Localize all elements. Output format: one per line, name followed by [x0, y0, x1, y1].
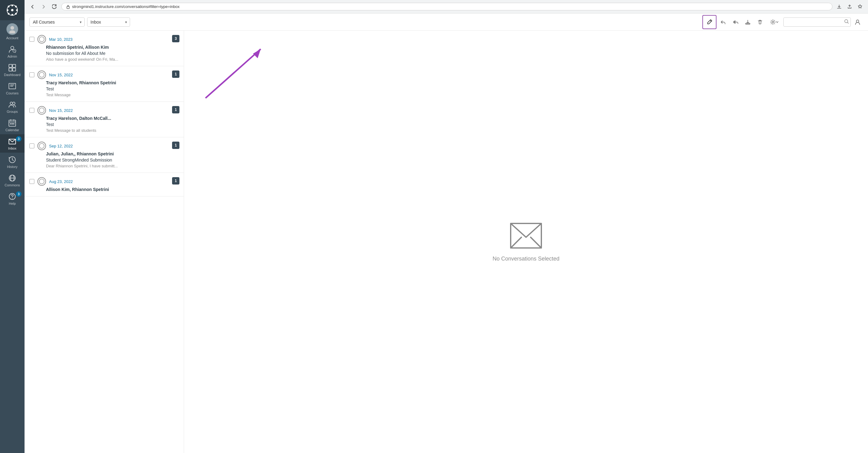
app-area: All Courses Inbox Unread Starred Sent Ar… [25, 13, 868, 453]
account-avatar [6, 23, 18, 35]
reply-button[interactable] [718, 17, 729, 28]
svg-point-1 [11, 5, 13, 6]
message-list: Mar 10, 2023 3 Rhiannon Spetrini, Alliso… [25, 31, 184, 453]
message-item[interactable]: Sep 12, 2022 1 Julian, Julian,, Rhiannon… [25, 137, 184, 173]
message-preview: Test Message to all students [46, 128, 179, 133]
groups-icon [8, 100, 16, 108]
courses-select[interactable]: All Courses [29, 18, 85, 27]
sidebar-item-label: Account [6, 36, 19, 40]
message-checkbox[interactable] [29, 143, 34, 148]
person-filter-button[interactable] [852, 17, 863, 28]
svg-rect-16 [9, 68, 12, 71]
share-button[interactable] [845, 2, 854, 11]
extensions-button[interactable] [835, 2, 843, 11]
message-count: 1 [172, 141, 179, 149]
arrow-svg [193, 40, 279, 101]
account-icon [8, 25, 17, 33]
svg-point-3 [7, 9, 8, 11]
message-count: 1 [172, 70, 179, 78]
message-item[interactable]: Nov 15, 2022 1 Tracy Harelson, Dalton Mc… [25, 102, 184, 137]
courses-icon [8, 82, 16, 90]
avatar-icon [39, 107, 44, 113]
filter-select-wrapper: Inbox Unread Starred Sent Archived [87, 18, 130, 27]
message-date: Nov 15, 2022 [49, 108, 73, 113]
svg-point-34 [856, 20, 859, 22]
sidebar-item-dashboard[interactable]: Dashboard [0, 61, 25, 79]
address-bar-text: strongmind1.instructure.com/conversation… [72, 4, 179, 9]
sidebar-item-account[interactable]: Account [0, 20, 25, 42]
svg-rect-22 [10, 123, 11, 124]
message-date: Sep 12, 2022 [49, 144, 73, 148]
search-icon-button[interactable] [844, 19, 849, 25]
message-subject: Student StrongMinded Submission [46, 158, 179, 162]
back-button[interactable] [28, 2, 37, 11]
svg-rect-24 [13, 123, 14, 124]
sidebar-item-help[interactable]: 3 Help [0, 189, 25, 208]
delete-button[interactable] [754, 17, 766, 28]
envelope-icon [509, 222, 543, 250]
svg-point-8 [8, 13, 9, 15]
message-subject: Test [46, 122, 179, 127]
message-item[interactable]: Mar 10, 2023 3 Rhiannon Spetrini, Alliso… [25, 31, 184, 66]
reply-icon [720, 19, 726, 25]
sidebar-item-admin[interactable]: Admin [0, 42, 25, 61]
message-date: Mar 10, 2023 [49, 37, 73, 42]
calendar-icon [8, 119, 16, 127]
svg-rect-17 [12, 68, 16, 71]
share-icon [847, 4, 852, 9]
message-item[interactable]: Aug 23, 2022 1 Allison Kim, Rhiannon Spe… [25, 173, 184, 196]
message-sender: Julian, Julian,, Rhiannon Spetrini [46, 152, 179, 156]
message-count: 1 [172, 106, 179, 114]
settings-button[interactable] [767, 17, 782, 28]
sidebar-item-inbox[interactable]: 3 Inbox [0, 134, 25, 153]
svg-point-6 [15, 13, 17, 15]
empty-state: No Conversations Selected [493, 222, 559, 262]
message-subject: No submission for All About Me [46, 51, 179, 56]
msg-header: Mar 10, 2023 [29, 35, 179, 43]
sidebar-item-label: Commons [5, 183, 20, 187]
reload-icon [52, 4, 57, 9]
sidebar-item-history[interactable]: History [0, 153, 25, 171]
history-icon [8, 156, 16, 164]
help-icon [8, 192, 16, 200]
message-item[interactable]: Nov 15, 2022 1 Tracy Harelson, Rhiannon … [25, 66, 184, 102]
reply-all-button[interactable] [730, 17, 741, 28]
message-checkbox[interactable] [29, 179, 34, 184]
sidebar: Account Admin Dashboard Courses [0, 0, 25, 453]
message-count: 1 [172, 177, 179, 185]
sidebar-item-groups[interactable]: Groups [0, 97, 25, 116]
dashboard-icon [8, 64, 16, 72]
filter-select[interactable]: Inbox Unread Starred Sent Archived [87, 18, 130, 27]
sidebar-item-calendar[interactable]: Calendar [0, 116, 25, 134]
reload-button[interactable] [50, 2, 59, 11]
svg-point-7 [15, 5, 17, 7]
forward-button[interactable] [39, 2, 48, 11]
message-checkbox[interactable] [29, 72, 34, 77]
svg-point-5 [8, 5, 9, 7]
svg-point-12 [11, 46, 14, 50]
message-avatar [37, 35, 46, 43]
msg-header: Aug 23, 2022 [29, 177, 179, 186]
msg-header: Nov 15, 2022 [29, 70, 179, 79]
message-avatar [37, 70, 46, 79]
search-input[interactable] [783, 18, 851, 27]
svg-point-29 [12, 198, 12, 199]
download-button[interactable] [742, 17, 753, 28]
svg-rect-23 [12, 123, 13, 124]
message-preview: Dear Rhiannon Spetrini, I have submitt..… [46, 164, 179, 168]
svg-point-19 [10, 102, 12, 104]
svg-rect-30 [67, 6, 69, 8]
message-checkbox[interactable] [29, 37, 34, 42]
svg-point-36 [39, 72, 44, 77]
message-sender: Rhiannon Spetrini, Allison Kim [46, 45, 179, 50]
sidebar-item-courses[interactable]: Courses [0, 79, 25, 97]
message-checkbox[interactable] [29, 108, 34, 113]
sidebar-item-commons[interactable]: Commons [0, 171, 25, 189]
compose-button[interactable] [702, 15, 716, 29]
bookmark-button[interactable] [856, 2, 864, 11]
address-bar[interactable]: strongmind1.instructure.com/conversation… [61, 3, 832, 10]
forward-icon [41, 4, 46, 9]
message-subject: Test [46, 87, 179, 91]
svg-point-39 [39, 179, 44, 184]
sidebar-item-label: Courses [6, 91, 19, 95]
